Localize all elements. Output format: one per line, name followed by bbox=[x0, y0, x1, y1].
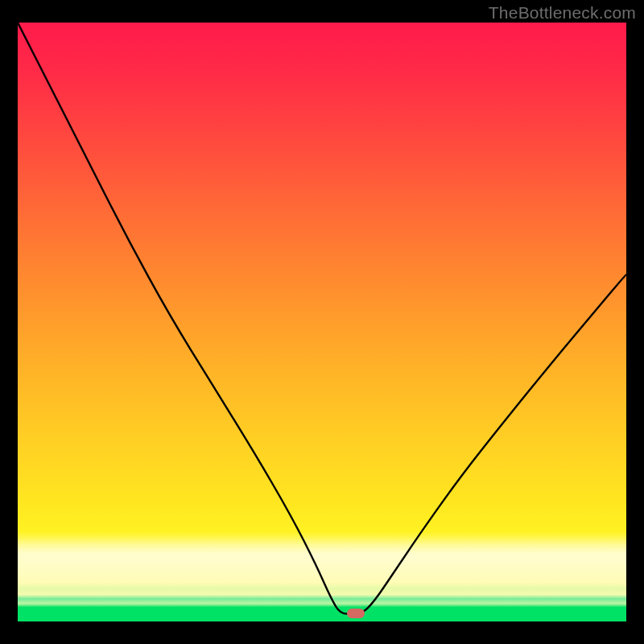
min-marker bbox=[347, 609, 365, 618]
curve-svg bbox=[18, 23, 626, 621]
plot-area bbox=[18, 23, 626, 621]
bottleneck-curve bbox=[18, 23, 626, 613]
watermark-text: TheBottleneck.com bbox=[489, 3, 636, 23]
chart-stage: TheBottleneck.com bbox=[0, 0, 644, 644]
